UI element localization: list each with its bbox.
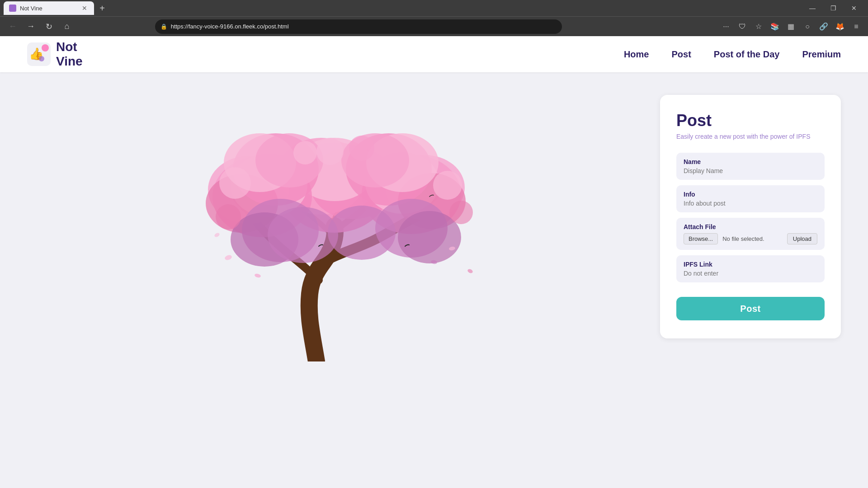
- back-button[interactable]: ←: [5, 19, 20, 34]
- nav-premium[interactable]: Premium: [802, 49, 841, 60]
- svg-point-3: [39, 56, 44, 61]
- star-icon[interactable]: ☆: [752, 20, 765, 33]
- browser-toolbar: ← → ↻ ⌂ 🔒 ··· 🛡 ☆ 📚 ▦ ○ 🔗 🦊 ≡: [0, 16, 868, 36]
- info-value[interactable]: [684, 200, 817, 207]
- info-input[interactable]: [684, 200, 817, 207]
- tab-title: Not Vine: [20, 5, 42, 12]
- tree-area: [27, 90, 642, 361]
- svg-point-2: [42, 44, 49, 52]
- logo-text: Not Vine: [56, 40, 83, 69]
- svg-point-33: [349, 136, 374, 161]
- attach-label: Attach File: [684, 223, 817, 230]
- logo-icon: 👍: [27, 42, 51, 66]
- toolbar-right-buttons: ··· 🛡 ☆ 📚 ▦ ○ 🔗 🦊 ≡: [720, 20, 863, 33]
- svg-point-35: [224, 254, 232, 261]
- ipfs-input[interactable]: [684, 270, 817, 277]
- name-label: Name: [684, 158, 817, 165]
- name-input[interactable]: [684, 167, 817, 174]
- site-nav: Home Post Post of the Day Premium: [624, 49, 841, 60]
- ipfs-label: IPFS Link: [684, 261, 817, 268]
- post-button[interactable]: Post: [676, 297, 825, 320]
- ipfs-link-field: IPFS Link: [676, 255, 825, 282]
- upload-button[interactable]: Upload: [787, 233, 817, 244]
- bookmarks-icon[interactable]: 📚: [769, 20, 781, 33]
- new-tab-button[interactable]: +: [96, 2, 108, 14]
- address-bar[interactable]: 🔒: [155, 19, 562, 34]
- tab-close-button[interactable]: ✕: [80, 4, 89, 12]
- url-input[interactable]: [171, 23, 557, 30]
- fox-icon[interactable]: 🦊: [834, 20, 846, 33]
- name-field: Name: [676, 153, 825, 180]
- post-form-card: Post Easily create a new post with the p…: [660, 95, 841, 338]
- attach-section: Browse... No file selected. Upload: [684, 233, 817, 244]
- no-file-text: No file selected.: [722, 235, 764, 242]
- hamburger-icon[interactable]: ≡: [850, 20, 863, 33]
- browser-tab[interactable]: Not Vine ✕: [4, 1, 94, 15]
- nav-home[interactable]: Home: [624, 49, 649, 60]
- form-subtitle: Easily create a new post with the power …: [676, 133, 825, 140]
- link-icon[interactable]: 🔗: [817, 20, 830, 33]
- maximize-button[interactable]: ❐: [823, 0, 844, 16]
- svg-point-34: [293, 141, 317, 164]
- svg-point-39: [214, 232, 220, 238]
- svg-point-38: [467, 268, 473, 274]
- ipfs-value[interactable]: [684, 270, 817, 277]
- site-header: 👍 Not Vine Home Post Post of the Day Pre…: [0, 36, 868, 72]
- svg-point-32: [316, 138, 344, 165]
- svg-point-29: [433, 171, 462, 200]
- page: 👍 Not Vine Home Post Post of the Day Pre…: [0, 36, 868, 443]
- home-button[interactable]: ⌂: [60, 19, 74, 34]
- site-logo[interactable]: 👍 Not Vine: [27, 40, 83, 69]
- browser-chrome: Not Vine ✕ + — ❐ ✕ ← → ↻ ⌂ 🔒 ··· 🛡 ☆ 📚 ▦…: [0, 0, 868, 36]
- info-field: Info: [676, 185, 825, 212]
- close-window-button[interactable]: ✕: [844, 0, 864, 16]
- nav-post[interactable]: Post: [671, 49, 691, 60]
- lock-icon: 🔒: [160, 23, 167, 30]
- svg-point-31: [449, 201, 473, 224]
- name-value[interactable]: [684, 167, 817, 174]
- window-controls: — ❐ ✕: [802, 0, 864, 16]
- svg-point-27: [268, 207, 338, 263]
- shield-icon[interactable]: 🛡: [736, 20, 749, 33]
- info-label: Info: [684, 191, 817, 198]
- browser-titlebar: Not Vine ✕ + — ❐ ✕: [0, 0, 868, 16]
- cherry-tree-illustration: [190, 99, 479, 361]
- main-content: Post Easily create a new post with the p…: [0, 72, 868, 443]
- refresh-button[interactable]: ↻: [42, 19, 56, 34]
- browse-button[interactable]: Browse...: [684, 233, 718, 244]
- nav-post-of-day[interactable]: Post of the Day: [714, 49, 780, 60]
- attach-file-field: Attach File Browse... No file selected. …: [676, 218, 825, 250]
- form-title: Post: [676, 111, 825, 130]
- tab-favicon: [9, 5, 16, 12]
- forward-button[interactable]: →: [24, 19, 38, 34]
- account-icon[interactable]: ○: [801, 20, 814, 33]
- svg-point-36: [254, 273, 261, 278]
- layout-icon[interactable]: ▦: [785, 20, 797, 33]
- svg-point-28: [219, 167, 251, 199]
- menu-dots-icon[interactable]: ···: [720, 20, 732, 33]
- minimize-button[interactable]: —: [802, 0, 823, 16]
- svg-point-30: [216, 204, 241, 230]
